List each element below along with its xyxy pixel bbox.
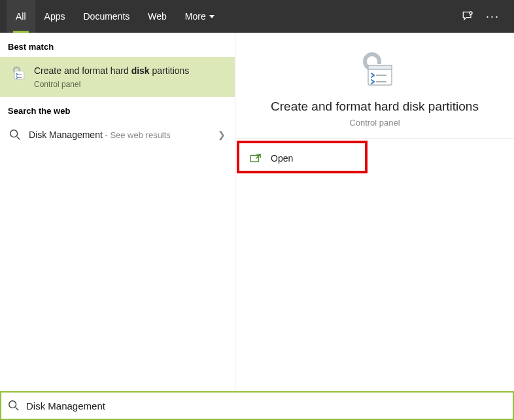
control-panel-large-icon xyxy=(354,48,396,90)
best-match-text: Create and format hard disk partitions C… xyxy=(34,65,189,89)
actions-list: Open xyxy=(235,139,514,178)
chevron-down-icon xyxy=(209,15,214,18)
filter-tabs-bar: All Apps Documents Web More ··· xyxy=(0,0,514,33)
web-result-title: Disk Management xyxy=(29,130,103,140)
detail-title: Create and format hard disk partitions xyxy=(271,99,479,114)
open-icon xyxy=(250,153,262,164)
open-action[interactable]: Open xyxy=(235,145,514,171)
more-options-icon[interactable]: ··· xyxy=(486,10,500,24)
detail-header-card: Create and format hard disk partitions C… xyxy=(235,33,514,139)
tab-more[interactable]: More xyxy=(176,0,224,33)
search-icon xyxy=(8,400,20,411)
tabs-right-group: ··· xyxy=(461,10,507,24)
open-label: Open xyxy=(271,153,293,164)
tab-documents[interactable]: Documents xyxy=(74,0,139,33)
search-input[interactable] xyxy=(26,400,506,411)
svg-rect-10 xyxy=(250,156,258,162)
web-result-text: Disk Management - See web results xyxy=(29,129,171,141)
svg-point-11 xyxy=(9,401,16,408)
best-match-header: Best match xyxy=(0,33,235,57)
svg-point-4 xyxy=(10,130,18,137)
svg-line-5 xyxy=(17,137,20,140)
results-list-pane: Best match Create and format hard disk p… xyxy=(0,33,235,391)
main-body: Best match Create and format hard disk p… xyxy=(0,33,514,391)
svg-line-12 xyxy=(16,408,19,411)
feedback-icon[interactable] xyxy=(461,10,474,23)
chevron-right-icon: ❯ xyxy=(218,130,226,140)
web-result-subtitle: - See web results xyxy=(103,130,171,140)
search-bar[interactable] xyxy=(0,391,514,420)
web-result-item[interactable]: Disk Management - See web results ❯ xyxy=(0,121,235,149)
tab-more-label: More xyxy=(185,11,206,22)
detail-pane: Create and format hard disk partitions C… xyxy=(235,33,514,391)
best-match-title: Create and format hard disk partitions xyxy=(34,65,189,77)
detail-subtitle: Control panel xyxy=(349,118,400,128)
tab-all[interactable]: All xyxy=(7,0,35,33)
tabs-left-group: All Apps Documents Web More xyxy=(7,0,224,33)
search-icon xyxy=(9,129,21,141)
best-match-result[interactable]: Create and format hard disk partitions C… xyxy=(0,57,235,97)
svg-rect-7 xyxy=(368,65,392,69)
search-web-header: Search the web xyxy=(0,97,235,121)
best-match-subtitle: Control panel xyxy=(34,80,189,89)
control-panel-icon xyxy=(9,65,26,82)
web-result-left: Disk Management - See web results xyxy=(9,129,171,141)
tab-apps[interactable]: Apps xyxy=(35,0,75,33)
tab-web[interactable]: Web xyxy=(139,0,176,33)
